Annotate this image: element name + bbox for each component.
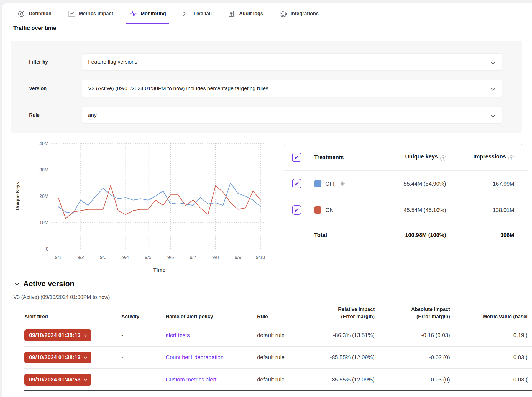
treatments-header-row: ✔ Treatments Unique keys? Impressions?: [284, 144, 528, 170]
chevron-down-icon: [491, 114, 495, 119]
version-value: V3 (Active) (09/01/2024 01:30PM to now) …: [88, 85, 268, 92]
rule-header: Rule: [257, 313, 321, 320]
tab-definition[interactable]: Definition: [17, 3, 52, 24]
filter-row-rule: Rule any: [11, 107, 522, 124]
svg-text:30M: 30M: [39, 167, 48, 173]
metric-value-header: Metric value (basel: [450, 313, 532, 320]
version-label: Version: [29, 80, 47, 97]
killed-treatment-icon: ✳: [340, 180, 345, 187]
rule-dropdown[interactable]: any: [82, 107, 502, 124]
on-checkbox[interactable]: ✔: [292, 205, 301, 215]
rule-label: Rule: [29, 107, 40, 124]
svg-text:9/3: 9/3: [100, 255, 106, 260]
page-title: Traffic over time: [13, 25, 56, 31]
impressions-help-icon[interactable]: ?: [508, 155, 514, 161]
off-swatch: [314, 180, 321, 187]
alert-metric-value: 0.19 (: [450, 332, 532, 338]
filter-by-value: Feature flag versions: [88, 59, 137, 65]
filter-row-filter-by: Filter by Feature flag versions: [11, 53, 522, 70]
svg-text:9/7: 9/7: [190, 255, 196, 260]
alert-fired-badge[interactable]: 09/10/2024 01:38:13: [24, 329, 91, 341]
alert-absolute-impact: -0.03 (0): [375, 354, 450, 361]
alert-row: 09/10/2024 01:46:53 - Custom metrics ale…: [24, 369, 532, 391]
unique-keys-header: Unique keys: [405, 153, 438, 160]
tab-live-tail-label: Live tail: [193, 11, 212, 17]
active-version-title: Active version: [23, 280, 75, 288]
alert-relative-impact: -86.3% (13.51%): [321, 332, 375, 338]
chevron-down-icon: [84, 334, 87, 337]
select-all-checkbox[interactable]: ✔: [292, 153, 301, 162]
chevron-down-icon: [84, 378, 87, 381]
tab-bar: Definition Metrics impact Monitoring: [2, 3, 532, 24]
tab-audit-logs[interactable]: Audit logs: [228, 3, 263, 24]
relative-impact-header: Relative Impact (Error margin): [321, 306, 375, 320]
alert-relative-impact: -85.55% (12.09%): [321, 354, 375, 361]
alert-policy-link[interactable]: alert tests: [166, 332, 190, 338]
policy-header: Name of alert policy: [166, 313, 257, 320]
tab-metrics-impact[interactable]: Metrics impact: [68, 3, 113, 24]
svg-text:9/2: 9/2: [77, 255, 84, 260]
tab-integrations[interactable]: Integrations: [279, 3, 319, 24]
on-unique-keys: 45.54M (45.10%): [378, 207, 453, 213]
active-version-toggle[interactable]: Active version: [15, 280, 75, 288]
filter-by-label: Filter by: [29, 53, 48, 70]
unique-keys-help-icon[interactable]: ?: [440, 155, 446, 161]
alert-policy-link[interactable]: Count bet1 degradation: [166, 354, 224, 360]
tab-monitoring[interactable]: Monitoring: [129, 3, 166, 24]
off-checkbox[interactable]: ✔: [292, 179, 301, 188]
monitoring-icon: [129, 10, 137, 18]
filter-row-version: Version V3 (Active) (09/01/2024 01:30PM …: [11, 80, 522, 97]
on-treatment-label: ON: [325, 207, 334, 213]
svg-text:9/4: 9/4: [122, 255, 129, 260]
absolute-impact-header: Absolute Impact (Error margin): [375, 306, 450, 320]
alert-fired-badge[interactable]: 09/10/2024 01:46:53: [24, 374, 91, 386]
alert-fired-header: Alert fired: [24, 313, 121, 320]
chevron-down-icon: [15, 282, 19, 287]
metrics-impact-icon: [68, 10, 75, 18]
alert-row: 09/10/2024 01:38:13 - alert tests defaul…: [24, 324, 532, 347]
filter-panel: Filter by Feature flag versions Version …: [11, 41, 522, 133]
treatments-panel: ✔ Treatments Unique keys? Impressions? ✔…: [284, 144, 523, 247]
audit-logs-icon: [228, 10, 236, 18]
traffic-over-time-chart: 010M20M30M40M9/19/29/39/49/59/69/79/89/9…: [12, 140, 267, 279]
svg-text:9/10: 9/10: [256, 255, 265, 260]
alert-metric-value: 0.03 (: [450, 354, 532, 361]
alert-absolute-impact: -0.16 (0.03): [375, 332, 450, 338]
svg-text:9/8: 9/8: [212, 255, 219, 260]
total-impressions: 306M: [453, 232, 528, 238]
svg-text:Time: Time: [153, 267, 165, 273]
svg-text:10M: 10M: [39, 220, 48, 225]
svg-text:20M: 20M: [39, 194, 48, 199]
integrations-icon: [279, 10, 287, 18]
alert-metric-value: 0.03 (: [450, 376, 532, 383]
alert-policy-link[interactable]: Custom metrics alert: [166, 376, 216, 383]
treatments-total-row: Total 100.98M (100%) 306M: [284, 223, 528, 247]
alert-relative-impact: -85.55% (12.09%): [321, 376, 375, 383]
activity-header: Activity: [121, 313, 166, 320]
rule-value: any: [88, 112, 97, 118]
alert-fired-badge[interactable]: 09/10/2024 01:38:13: [24, 352, 91, 363]
tab-integrations-label: Integrations: [291, 11, 319, 17]
filter-by-dropdown[interactable]: Feature flag versions: [82, 53, 502, 70]
alert-activity: -: [121, 354, 166, 361]
tab-metrics-impact-label: Metrics impact: [79, 11, 113, 17]
svg-text:9/9: 9/9: [235, 255, 241, 260]
alert-fired-time: 09/10/2024 01:38:13: [29, 354, 81, 361]
treatment-row-on: ✔ ON 45.54M (45.10%) 138.01M: [284, 197, 528, 223]
on-impressions: 138.01M: [453, 207, 528, 213]
tab-audit-logs-label: Audit logs: [239, 11, 263, 17]
alert-rule: default rule: [257, 332, 321, 338]
svg-text:9/5: 9/5: [145, 255, 152, 260]
version-dropdown[interactable]: V3 (Active) (09/01/2024 01:30PM to now) …: [82, 80, 502, 97]
dropdown-divider: [484, 57, 484, 67]
tab-live-tail[interactable]: Live tail: [182, 3, 212, 24]
off-treatment-label: OFF: [325, 181, 336, 187]
off-unique-keys: 55.44M (54.90%): [378, 181, 453, 187]
alert-activity: -: [121, 376, 166, 383]
alert-rule: default rule: [257, 376, 321, 383]
svg-text:40M: 40M: [39, 141, 48, 146]
alerts-header-row: Alert fired Activity Name of alert polic…: [24, 306, 532, 324]
alert-rule: default rule: [257, 354, 321, 361]
on-swatch: [314, 206, 321, 214]
svg-text:9/6: 9/6: [167, 255, 174, 260]
